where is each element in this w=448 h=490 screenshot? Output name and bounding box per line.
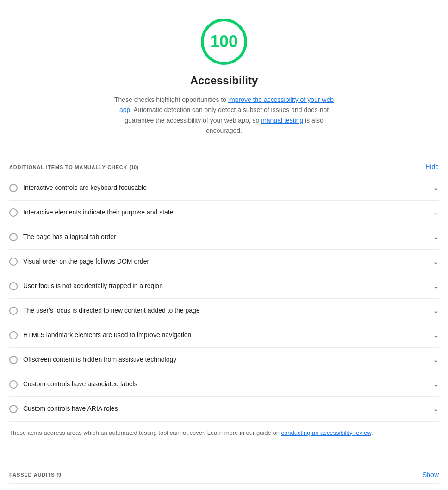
audit-status-icon-6 [9,331,18,339]
manual-footer-text: These items address areas which an autom… [9,429,281,436]
audit-status-icon-3 [9,258,18,266]
chevron-icon-0: ⌄ [433,182,439,194]
manual-footer-note: These items address areas which an autom… [9,421,439,444]
score-section: 100 Accessibility These checks highlight… [9,19,439,136]
passed-audits-toggle[interactable]: Show [423,471,439,478]
chevron-icon-6: ⌄ [433,330,439,341]
audit-item-3[interactable]: Visual order on the page follows DOM ord… [9,250,439,274]
passed-audits-header: PASSED AUDITS (9) Show [9,462,439,483]
audit-label-8: Custom controls have associated labels [23,379,137,389]
chevron-icon-5: ⌄ [433,305,439,316]
audit-label-4: User focus is not accidentally trapped i… [23,281,163,291]
audit-item-6[interactable]: HTML5 landmark elements are used to impr… [9,323,439,348]
audit-status-icon-9 [9,405,18,413]
audit-item-left-4: User focus is not accidentally trapped i… [9,281,427,291]
score-title: Accessibility [190,72,258,89]
audit-label-2: The page has a logical tab order [23,232,116,242]
audit-label-5: The user's focus is directed to new cont… [23,306,200,315]
manual-check-title: ADDITIONAL ITEMS TO MANUALLY CHECK [9,164,127,170]
audit-item-left-9: Custom controls have ARIA roles [9,404,427,414]
page-container: 100 Accessibility These checks highlight… [0,0,448,490]
audit-status-icon-2 [9,233,18,241]
description-plain-text: These checks highlight opportunities to [114,96,228,103]
audit-item-left-0: Interactive controls are keyboard focusa… [9,183,427,193]
passed-audits-divider [9,483,439,484]
manual-check-header: ADDITIONAL ITEMS TO MANUALLY CHECK (10) … [9,155,439,176]
manual-check-toggle[interactable]: Hide [425,163,439,170]
audit-label-7: Offscreen content is hidden from assisti… [23,355,176,364]
manual-check-section: ADDITIONAL ITEMS TO MANUALLY CHECK (10) … [9,155,439,444]
audit-item-left-6: HTML5 landmark elements are used to impr… [9,330,427,340]
audit-item-1[interactable]: Interactive elements indicate their purp… [9,201,439,225]
chevron-icon-8: ⌄ [433,379,439,390]
audit-item-left-2: The page has a logical tab order [9,232,427,242]
passed-audits-title-group: PASSED AUDITS (9) [9,470,63,479]
manual-check-title-group: ADDITIONAL ITEMS TO MANUALLY CHECK (10) [9,162,138,172]
audit-item-4[interactable]: User focus is not accidentally trapped i… [9,274,439,299]
audit-status-icon-7 [9,356,18,364]
chevron-icon-9: ⌄ [433,403,439,415]
audit-status-icon-0 [9,184,18,192]
audit-status-icon-8 [9,380,18,389]
audit-label-0: Interactive controls are keyboard focusa… [23,183,147,193]
audit-item-7[interactable]: Offscreen content is hidden from assisti… [9,348,439,372]
manual-check-count: (10) [129,164,138,170]
audit-label-9: Custom controls have ARIA roles [23,404,118,414]
audit-item-9[interactable]: Custom controls have ARIA roles ⌄ [9,397,439,421]
score-circle: 100 [201,19,247,65]
passed-audits-section: PASSED AUDITS (9) Show [9,462,439,484]
audit-item-5[interactable]: The user's focus is directed to new cont… [9,299,439,323]
audit-status-icon-1 [9,208,18,217]
audit-item-left-1: Interactive elements indicate their purp… [9,207,427,217]
audit-item-0[interactable]: Interactive controls are keyboard focusa… [9,176,439,201]
audit-item-2[interactable]: The page has a logical tab order ⌄ [9,225,439,250]
audit-item-left-3: Visual order on the page follows DOM ord… [9,257,427,266]
manual-testing-link[interactable]: manual testing [261,117,303,124]
chevron-icon-1: ⌄ [433,207,439,218]
audit-label-1: Interactive elements indicate their purp… [23,207,174,217]
chevron-icon-4: ⌄ [433,281,439,292]
chevron-icon-2: ⌄ [433,232,439,243]
audit-item-left-5: The user's focus is directed to new cont… [9,306,427,315]
audit-item-8[interactable]: Custom controls have associated labels ⌄ [9,372,439,397]
passed-audits-title: PASSED AUDITS [9,472,55,477]
manual-footer-end: . [371,429,373,436]
audit-status-icon-4 [9,282,18,290]
manual-check-list: Interactive controls are keyboard focusa… [9,176,439,421]
audit-status-icon-5 [9,307,18,315]
audit-item-left-7: Offscreen content is hidden from assisti… [9,355,427,364]
audit-label-6: HTML5 landmark elements are used to impr… [23,330,191,340]
chevron-icon-7: ⌄ [433,354,439,365]
audit-item-left-8: Custom controls have associated labels [9,379,427,389]
score-description: These checks highlight opportunities to … [108,94,340,136]
passed-audits-count: (9) [56,472,62,477]
audit-label-3: Visual order on the page follows DOM ord… [23,257,149,266]
score-number: 100 [210,29,238,54]
chevron-icon-3: ⌄ [433,256,439,267]
accessibility-review-link[interactable]: conducting an accessibility review [281,429,371,436]
